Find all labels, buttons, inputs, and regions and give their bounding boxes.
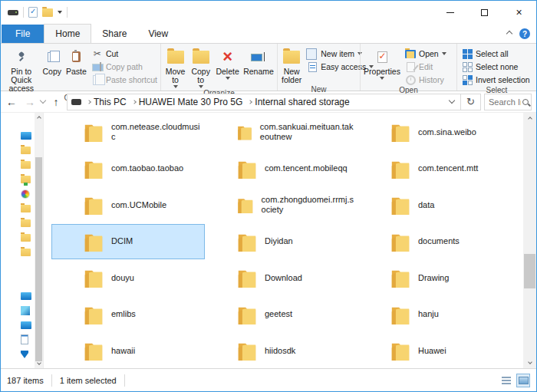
help-icon[interactable]: ? [519, 28, 530, 39]
folder-icon [83, 230, 104, 253]
folder-tile[interactable]: Download [205, 260, 358, 295]
checked-window-icon[interactable] [28, 7, 38, 18]
navigation-tree-item[interactable] [21, 349, 31, 359]
folder-tile[interactable]: com.zhongduomei.rrmj.society [205, 187, 358, 222]
navigation-pane[interactable] [1, 113, 44, 368]
drive-icon[interactable] [8, 10, 18, 15]
content-scroll-up-icon[interactable] [527, 117, 532, 120]
qat-dropdown-icon[interactable] [58, 11, 62, 14]
folder-icon [236, 339, 258, 362]
rename-button[interactable]: Rename [242, 45, 275, 76]
navigation-tree-item[interactable] [21, 189, 31, 199]
navigation-tree-item[interactable] [21, 218, 31, 228]
breadcrumb-segment-label: HUAWEI Mate 30 Pro 5G [139, 97, 243, 107]
breadcrumb-segment[interactable]: This PC [83, 97, 128, 107]
sidebar-scrollbar-thumb[interactable] [35, 157, 42, 361]
folder-tile[interactable]: hanju [358, 297, 512, 332]
details-view-button[interactable] [499, 374, 513, 387]
invert-selection-icon [463, 75, 473, 85]
folder-tile[interactable]: geetest [205, 297, 358, 332]
folder-tile[interactable]: douyu [51, 260, 205, 295]
tab-home[interactable]: Home [44, 24, 91, 43]
paste-button[interactable]: Paste [64, 45, 89, 76]
search-input[interactable] [489, 97, 521, 107]
breadcrumb-segment[interactable]: Internal shared storage [244, 97, 351, 107]
navigation-tree-item[interactable] [21, 305, 31, 315]
navigation-tree-item[interactable] [21, 291, 31, 301]
breadcrumb-segment[interactable]: HUAWEI Mate 30 Pro 5G [128, 97, 245, 107]
navigation-tree-item[interactable] [21, 334, 31, 344]
folder-tile[interactable]: Huawei [358, 333, 512, 368]
sidebar-scroll-up-icon[interactable] [36, 117, 41, 120]
folder-tile[interactable]: Diyidan [205, 224, 358, 259]
folder-tile[interactable]: emlibs [51, 297, 205, 332]
navigation-tree-item[interactable] [21, 320, 31, 330]
folder-tile[interactable]: com.tencent.mobileqq [205, 151, 358, 186]
folder-tile[interactable]: com.netease.cloudmusic [51, 114, 205, 150]
new-folder-button[interactable]: New folder [279, 45, 304, 84]
content-scrollbar[interactable] [523, 113, 536, 368]
minimize-button[interactable] [433, 1, 467, 24]
navigation-tree-item[interactable] [21, 262, 31, 272]
properties-button[interactable]: Properties [362, 45, 402, 80]
thumbnails-view-button[interactable] [516, 374, 530, 387]
maximize-button[interactable] [467, 1, 502, 24]
folder-icon [236, 157, 258, 180]
navigation-tree-item[interactable] [21, 116, 31, 126]
folder-tile[interactable]: com.taobao.taobao [51, 151, 205, 186]
content-scroll-down-icon[interactable] [527, 363, 532, 364]
titlebar[interactable]: × [1, 1, 536, 24]
delete-button[interactable]: × Delete [213, 45, 242, 80]
folder-tile[interactable]: documents [358, 224, 512, 259]
minimize-icon [446, 12, 454, 13]
tab-file[interactable]: File [2, 25, 44, 43]
minimize-ribbon-icon[interactable] [506, 31, 512, 37]
breadcrumb-segment-label: This PC [94, 97, 127, 107]
sidebar-scroll-down-icon[interactable] [36, 364, 41, 364]
folder-tile[interactable]: com.sankuai.meituan.takeoutnew [205, 114, 358, 150]
cut-button[interactable]: ✂ Cut [92, 48, 157, 59]
folder-tile[interactable]: Drawing [358, 260, 512, 295]
navigation-tree-item[interactable] [21, 203, 31, 213]
sidebar-scrollbar[interactable] [35, 113, 43, 368]
paste-shortcut-button[interactable]: Paste shortcut [92, 74, 157, 85]
folder-icon [83, 157, 104, 180]
folder-tile[interactable]: com.sina.weibo [358, 114, 512, 150]
invert-selection-button[interactable]: Invert selection [462, 74, 530, 85]
select-none-button[interactable]: Select none [462, 61, 530, 72]
folder-tile[interactable]: data [358, 187, 512, 222]
close-button[interactable]: × [502, 1, 536, 24]
edit-button[interactable]: Edit [405, 61, 446, 72]
history-button[interactable]: History [405, 74, 446, 85]
navigation-tree-item[interactable] [21, 145, 31, 155]
file-list[interactable]: com.netease.cloudmusic com.sankuai.meitu… [44, 113, 536, 368]
navigation-tree-item[interactable] [21, 160, 31, 170]
folder-tile[interactable]: hiidosdk [205, 333, 358, 368]
content-scrollbar-thumb[interactable] [524, 254, 535, 288]
move-to-button[interactable]: Move to [163, 45, 188, 88]
navigation-tree-item[interactable] [21, 174, 31, 184]
navigation-tree-item[interactable] [21, 247, 31, 257]
breadcrumb[interactable]: This PC HUAWEI Mate 30 Pro 5G Internal s… [67, 94, 481, 110]
folder-icon [390, 157, 411, 180]
open-button[interactable]: Open [405, 48, 446, 59]
folder-tile[interactable]: hawaii [51, 333, 205, 368]
folder-tile[interactable]: DCIM [51, 224, 205, 259]
pin-to-quick-access-button[interactable]: Pin to Quick access [2, 45, 41, 93]
tab-share[interactable]: Share [91, 25, 137, 43]
open-icon [405, 50, 416, 58]
tab-view[interactable]: View [137, 25, 179, 43]
copy-path-button[interactable]: Copy path [92, 61, 157, 72]
folder-tile[interactable]: com.UCMobile [51, 187, 205, 222]
navigation-tree-item[interactable] [21, 232, 31, 242]
refresh-button[interactable]: ↻ [460, 94, 480, 110]
select-all-button[interactable]: Select all [462, 48, 530, 59]
copy-button[interactable]: Copy [41, 45, 64, 76]
navigation-tree-item[interactable] [21, 130, 31, 140]
folder-tile[interactable]: com.tencent.mtt [358, 151, 512, 186]
address-dropdown-icon[interactable] [449, 97, 455, 104]
folder-icon [390, 230, 411, 253]
navigation-tree-item[interactable] [21, 276, 31, 286]
copy-to-button[interactable]: Copy to [188, 45, 213, 88]
folder-icon[interactable] [42, 8, 53, 17]
